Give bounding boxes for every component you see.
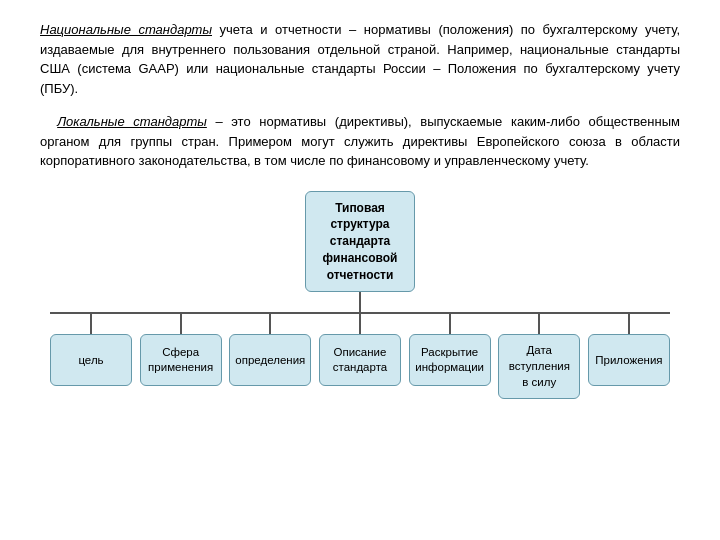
child-node-2: Сфера применения <box>140 334 222 386</box>
term-national: Национальные стандарты <box>40 22 212 37</box>
col-4: Описание стандарта <box>319 314 401 399</box>
col-6: Дата вступления в силу <box>498 314 580 399</box>
col-5: Раскрытие информации <box>409 314 491 399</box>
child-node-4: Описание стандарта <box>319 334 401 386</box>
root-node: Типовая структура стандарта финансовой о… <box>305 191 415 293</box>
child-node-3: определения <box>229 334 311 386</box>
child-node-7: Приложения <box>588 334 670 386</box>
col-2: Сфера применения <box>140 314 222 399</box>
child-node-5: Раскрытие информации <box>409 334 491 386</box>
col-7: Приложения <box>588 314 670 399</box>
term-local: Локальные стандарты <box>57 114 207 129</box>
child-node-1: цель <box>50 334 132 386</box>
tree-container: Типовая структура стандарта финансовой о… <box>40 191 680 400</box>
col-1: цель <box>50 314 132 399</box>
root-connector-down <box>359 292 361 312</box>
paragraph-1: Национальные стандарты учета и отчетност… <box>40 20 680 98</box>
diagram-wrapper: Типовая структура стандарта финансовой о… <box>40 191 680 400</box>
paragraph-2: Локальные стандарты – это нормативы (дир… <box>40 112 680 171</box>
col-3: определения <box>229 314 311 399</box>
child-node-6: Дата вступления в силу <box>498 334 580 399</box>
